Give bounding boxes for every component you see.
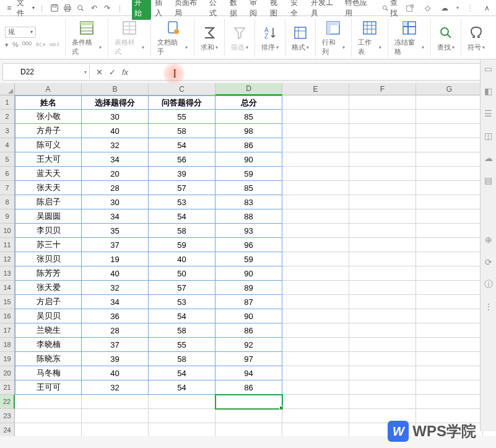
cell-F13[interactable] xyxy=(349,266,416,281)
row-header-14[interactable]: 14 xyxy=(0,281,15,295)
cell-E21[interactable] xyxy=(282,380,349,395)
cell-B10[interactable]: 35 xyxy=(82,224,149,238)
row-header-1[interactable]: 1 xyxy=(0,95,15,110)
cell-C15[interactable]: 53 xyxy=(149,295,215,309)
cell-A9[interactable]: 吴圆圆 xyxy=(15,209,82,224)
cell-A19[interactable]: 陈晓东 xyxy=(15,352,82,366)
cell-B22[interactable] xyxy=(82,395,149,409)
row-header-2[interactable]: 2 xyxy=(0,110,15,124)
cell-E18[interactable] xyxy=(282,338,349,352)
cell-F12[interactable] xyxy=(349,252,416,266)
cell-C4[interactable]: 54 xyxy=(149,138,215,152)
cell-A15[interactable]: 方启子 xyxy=(15,295,82,309)
row-header-8[interactable]: 8 xyxy=(0,195,15,209)
cell-B12[interactable]: 19 xyxy=(82,252,149,266)
cell-F8[interactable] xyxy=(349,195,416,209)
cell-G1[interactable] xyxy=(416,95,483,110)
col-header-E[interactable]: E xyxy=(282,83,349,95)
tab-2[interactable]: 页面布局 xyxy=(172,0,206,20)
cell-E19[interactable] xyxy=(282,352,349,366)
cell-A23[interactable] xyxy=(15,409,82,423)
cell-B11[interactable]: 37 xyxy=(82,238,149,252)
cell-B19[interactable]: 39 xyxy=(82,352,149,366)
cell-D22[interactable] xyxy=(215,395,282,409)
currency-dropdown-icon[interactable]: ▾ xyxy=(5,41,9,49)
cell-F21[interactable] xyxy=(349,380,416,395)
cell-B8[interactable]: 30 xyxy=(82,195,149,209)
cell-D2[interactable]: 85 xyxy=(215,110,282,124)
cell-B1[interactable]: 选择题得分 xyxy=(82,95,149,110)
cell-D7[interactable]: 85 xyxy=(215,181,282,195)
row-header-3[interactable]: 3 xyxy=(0,124,15,138)
cell-D5[interactable]: 90 xyxy=(215,152,282,167)
cell-C22[interactable] xyxy=(149,395,215,409)
row-header-15[interactable]: 15 xyxy=(0,295,15,309)
cell-G12[interactable] xyxy=(416,252,483,266)
cell-A7[interactable]: 张天天 xyxy=(15,181,82,195)
cell-C12[interactable]: 40 xyxy=(149,252,215,266)
cell-G22[interactable] xyxy=(416,395,483,409)
tab-6[interactable]: 视图 xyxy=(268,0,287,20)
sidebar-analysis-icon[interactable]: ◫ xyxy=(483,130,494,141)
cell-E23[interactable] xyxy=(282,409,349,423)
cell-A17[interactable]: 兰晓生 xyxy=(15,323,82,338)
col-header-A[interactable]: A xyxy=(15,83,82,95)
cell-A12[interactable]: 张贝贝 xyxy=(15,252,82,266)
cell-C2[interactable]: 55 xyxy=(149,110,215,124)
cell-F14[interactable] xyxy=(349,281,416,295)
cell-D12[interactable]: 59 xyxy=(215,252,282,266)
cell-E11[interactable] xyxy=(282,238,349,252)
cell-G16[interactable] xyxy=(416,309,483,323)
ribbon-format[interactable]: 格式▾ xyxy=(285,19,316,57)
cell-C18[interactable]: 55 xyxy=(149,338,215,352)
col-header-C[interactable]: C xyxy=(149,83,215,95)
cell-A13[interactable]: 陈芳芳 xyxy=(15,266,82,281)
share-icon[interactable] xyxy=(404,2,416,14)
cell-B21[interactable]: 32 xyxy=(82,380,149,395)
cell-D11[interactable]: 96 xyxy=(215,238,282,252)
cell-C3[interactable]: 58 xyxy=(149,124,215,138)
cell-C24[interactable] xyxy=(149,423,215,436)
cell-A4[interactable]: 陈可义 xyxy=(15,138,82,152)
cell-F5[interactable] xyxy=(349,152,416,167)
sidebar-more-icon[interactable]: ⋮ xyxy=(483,301,494,312)
cell-E1[interactable] xyxy=(282,95,349,110)
tab-8[interactable]: 开发工具 xyxy=(308,0,342,20)
cell-C19[interactable]: 58 xyxy=(149,352,215,366)
cell-G19[interactable] xyxy=(416,352,483,366)
cell-D20[interactable]: 94 xyxy=(215,366,282,380)
cell-G13[interactable] xyxy=(416,266,483,281)
cell-B9[interactable]: 34 xyxy=(82,209,149,224)
cell-E2[interactable] xyxy=(282,110,349,124)
tab-5[interactable]: 审阅 xyxy=(247,0,266,20)
cell-C23[interactable] xyxy=(149,409,215,423)
cell-G20[interactable] xyxy=(416,366,483,380)
cell-A2[interactable]: 张小敬 xyxy=(15,110,82,124)
ribbon-doc-helper[interactable]: 文档助手▾ xyxy=(151,19,194,57)
cell-B17[interactable]: 28 xyxy=(82,323,149,338)
cell-D4[interactable]: 86 xyxy=(215,138,282,152)
row-header-9[interactable]: 9 xyxy=(0,209,15,224)
cell-G18[interactable] xyxy=(416,338,483,352)
cell-E3[interactable] xyxy=(282,124,349,138)
row-header-7[interactable]: 7 xyxy=(0,181,15,195)
col-header-F[interactable]: F xyxy=(349,83,416,95)
cell-F2[interactable] xyxy=(349,110,416,124)
cell-D10[interactable]: 93 xyxy=(215,224,282,238)
row-header-13[interactable]: 13 xyxy=(0,266,15,281)
ribbon-sort[interactable]: AZ排序▾ xyxy=(255,19,285,57)
tab-0[interactable]: 开始 xyxy=(132,0,151,20)
preview-icon[interactable] xyxy=(76,2,86,14)
cell-D9[interactable]: 88 xyxy=(215,209,282,224)
select-all-corner[interactable] xyxy=(0,83,15,95)
print-icon[interactable] xyxy=(63,2,73,14)
percent-icon[interactable]: % xyxy=(12,41,19,48)
row-header-21[interactable]: 21 xyxy=(0,380,15,395)
cell-C14[interactable]: 57 xyxy=(149,281,215,295)
cell-B7[interactable]: 28 xyxy=(82,181,149,195)
app-menu-icon[interactable]: ≡ xyxy=(4,2,14,14)
cell-G2[interactable] xyxy=(416,110,483,124)
cell-A3[interactable]: 方舟子 xyxy=(15,124,82,138)
cell-E17[interactable] xyxy=(282,323,349,338)
cell-E22[interactable] xyxy=(282,395,349,409)
